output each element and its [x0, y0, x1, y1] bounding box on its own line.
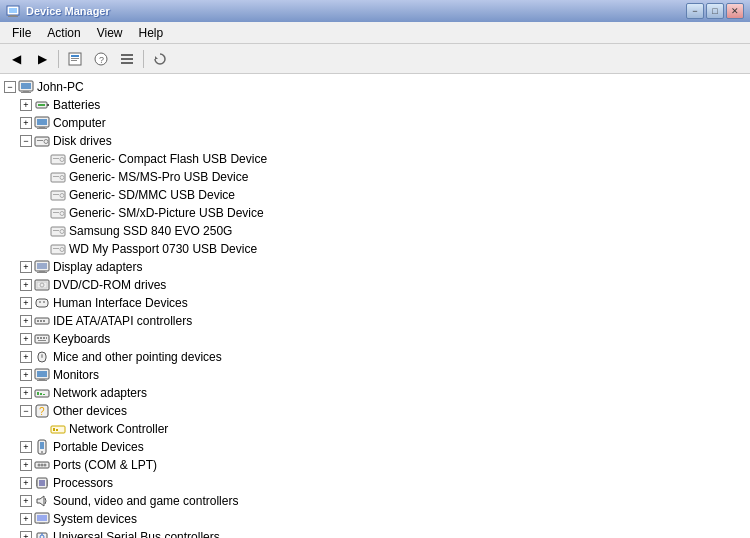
- expand-button[interactable]: +: [20, 315, 32, 327]
- maximize-button[interactable]: □: [706, 3, 724, 19]
- menu-item-help[interactable]: Help: [131, 24, 172, 42]
- tree-item-disk-1[interactable]: Generic- Compact Flash USB Device: [0, 150, 750, 168]
- tree-item-network[interactable]: +Network adapters: [0, 384, 750, 402]
- tree-item-ports[interactable]: +Ports (COM & LPT): [0, 456, 750, 474]
- tree-item-keyboards[interactable]: +Keyboards: [0, 330, 750, 348]
- usb-icon: [34, 529, 50, 538]
- network-ctrl-icon: [50, 421, 66, 437]
- collapse-button[interactable]: −: [4, 81, 16, 93]
- collapse-button[interactable]: −: [20, 405, 32, 417]
- tree-item-portable[interactable]: +Portable Devices: [0, 438, 750, 456]
- monitors-icon: [34, 367, 50, 383]
- device-tree[interactable]: −John-PC+Batteries+Computer−Disk drivesG…: [0, 74, 750, 538]
- expand-placeholder: [36, 225, 48, 237]
- menu-item-action[interactable]: Action: [39, 24, 88, 42]
- expand-button[interactable]: +: [20, 531, 32, 538]
- hid-label: Human Interface Devices: [53, 296, 188, 310]
- tree-item-dvd[interactable]: +DVD/CD-ROM drives: [0, 276, 750, 294]
- svg-rect-39: [53, 212, 59, 213]
- disk-drives-label: Disk drives: [53, 134, 112, 148]
- disk-drives-icon: [34, 133, 50, 149]
- minimize-button[interactable]: −: [686, 3, 704, 19]
- display-icon: [34, 259, 50, 275]
- tree-item-disk-5[interactable]: Samsung SSD 840 EVO 250G: [0, 222, 750, 240]
- svg-rect-6: [71, 58, 79, 59]
- system-icon: [34, 511, 50, 527]
- svg-rect-23: [39, 127, 45, 128]
- properties-icon: [67, 51, 83, 67]
- expand-button[interactable]: +: [20, 117, 32, 129]
- tree-item-sound[interactable]: +Sound, video and game controllers: [0, 492, 750, 510]
- svg-point-83: [41, 451, 43, 453]
- expand-button[interactable]: +: [20, 351, 32, 363]
- tree-item-other[interactable]: −?Other devices: [0, 402, 750, 420]
- forward-button[interactable]: ▶: [30, 48, 54, 70]
- properties-button[interactable]: [63, 48, 87, 70]
- close-button[interactable]: ✕: [726, 3, 744, 19]
- tree-item-display[interactable]: +Display adapters: [0, 258, 750, 276]
- expand-button[interactable]: +: [20, 495, 32, 507]
- svg-rect-1: [9, 8, 17, 13]
- svg-rect-22: [37, 119, 47, 125]
- processors-label: Processors: [53, 476, 113, 490]
- svg-rect-63: [43, 337, 45, 339]
- toolbar-separator-1: [58, 50, 59, 68]
- usb-label: Universal Serial Bus controllers: [53, 530, 220, 538]
- tree-item-disk-6[interactable]: WD My Passport 0730 USB Device: [0, 240, 750, 258]
- view-button[interactable]: [115, 48, 139, 70]
- svg-rect-98: [37, 515, 47, 521]
- tree-item-network-ctrl[interactable]: Network Controller: [0, 420, 750, 438]
- tree-item-system[interactable]: +System devices: [0, 510, 750, 528]
- window-controls: − □ ✕: [686, 3, 744, 19]
- menu-item-file[interactable]: File: [4, 24, 39, 42]
- sound-icon: [34, 493, 50, 509]
- svg-rect-40: [51, 227, 65, 236]
- expand-button[interactable]: +: [20, 369, 32, 381]
- help-button[interactable]: ?: [89, 48, 113, 70]
- system-label: System devices: [53, 512, 137, 526]
- expand-button[interactable]: +: [20, 99, 32, 111]
- tree-item-disk-4[interactable]: Generic- SM/xD-Picture USB Device: [0, 204, 750, 222]
- tree-item-john-pc[interactable]: −John-PC: [0, 78, 750, 96]
- tree-item-computer[interactable]: +Computer: [0, 114, 750, 132]
- expand-button[interactable]: +: [20, 279, 32, 291]
- tree-item-disk-2[interactable]: Generic- MS/MS-Pro USB Device: [0, 168, 750, 186]
- mice-label: Mice and other pointing devices: [53, 350, 222, 364]
- svg-rect-12: [121, 62, 133, 64]
- back-button[interactable]: ◀: [4, 48, 28, 70]
- expand-button[interactable]: +: [20, 441, 32, 453]
- view-icon: [119, 51, 135, 67]
- tree-item-usb[interactable]: +Universal Serial Bus controllers: [0, 528, 750, 538]
- john-pc-icon: [18, 79, 34, 95]
- tree-item-mice[interactable]: +Mice and other pointing devices: [0, 348, 750, 366]
- menu-bar: FileActionViewHelp: [0, 22, 750, 44]
- tree-item-disk-drives[interactable]: −Disk drives: [0, 132, 750, 150]
- expand-button[interactable]: +: [20, 333, 32, 345]
- svg-rect-54: [39, 301, 41, 303]
- collapse-button[interactable]: −: [20, 135, 32, 147]
- expand-button[interactable]: +: [20, 297, 32, 309]
- network-label: Network adapters: [53, 386, 147, 400]
- tree-item-hid[interactable]: +Human Interface Devices: [0, 294, 750, 312]
- disk-2-icon: [50, 169, 66, 185]
- svg-rect-55: [43, 301, 45, 303]
- expand-button[interactable]: +: [20, 513, 32, 525]
- disk-5-icon: [50, 223, 66, 239]
- expand-button[interactable]: +: [20, 477, 32, 489]
- menu-item-view[interactable]: View: [89, 24, 131, 42]
- tree-item-disk-3[interactable]: Generic- SD/MMC USB Device: [0, 186, 750, 204]
- portable-label: Portable Devices: [53, 440, 144, 454]
- ports-icon: [34, 457, 50, 473]
- svg-rect-3: [8, 16, 18, 17]
- expand-button[interactable]: +: [20, 261, 32, 273]
- refresh-button[interactable]: [148, 48, 172, 70]
- expand-button[interactable]: +: [20, 459, 32, 471]
- help-icon: ?: [93, 51, 109, 67]
- tree-item-batteries[interactable]: +Batteries: [0, 96, 750, 114]
- svg-rect-10: [121, 54, 133, 56]
- expand-button[interactable]: +: [20, 387, 32, 399]
- tree-item-ide[interactable]: +IDE ATA/ATAPI controllers: [0, 312, 750, 330]
- ide-label: IDE ATA/ATAPI controllers: [53, 314, 192, 328]
- tree-item-processors[interactable]: +Processors: [0, 474, 750, 492]
- tree-item-monitors[interactable]: +Monitors: [0, 366, 750, 384]
